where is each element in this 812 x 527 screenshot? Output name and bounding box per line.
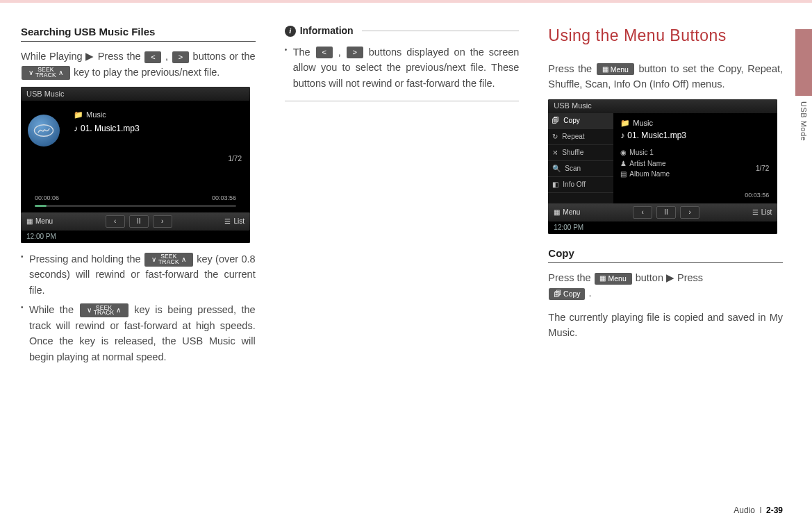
seek-track-key-label: ∨ SEEK TRACK ∧: [144, 253, 193, 267]
text-fragment: ,: [338, 47, 346, 58]
menu-grid-icon: ▦: [554, 207, 560, 218]
file-row: ♪ 01. Music1.mp3: [620, 129, 770, 142]
info-icon: i: [285, 26, 296, 37]
chevron-down-icon: ∨: [28, 69, 33, 76]
time-end: 00:03:56: [745, 191, 769, 201]
person-icon: ♟: [620, 158, 627, 169]
folder-row: 📁 Music: [74, 109, 243, 121]
copy-note: The currently playing file is copied and…: [548, 310, 783, 341]
menu-button-paragraph: Press the ▦ Menu button to set the Copy,…: [548, 61, 783, 92]
pause-button-shot: II: [129, 215, 149, 228]
text-fragment: button ▶ Press: [636, 272, 703, 283]
bullet-item: While the ∨ SEEK TRACK ∧ key is being pr…: [21, 302, 256, 365]
chevron-up-icon: ∧: [58, 69, 63, 76]
menu-grid-icon: ▦: [599, 275, 606, 282]
prev-key-label: <: [144, 51, 161, 63]
folder-name: Music: [633, 117, 653, 129]
sidebar-row: 🗐Copy: [548, 113, 613, 129]
chevron-up-icon: ∧: [116, 307, 121, 314]
shot-toolbar: ▦ Menu ‹ II › ☰ List: [548, 203, 777, 221]
folder-name: Music: [86, 109, 106, 121]
shot-clock: 12:00 PM: [21, 231, 250, 243]
menu-key-label: ▦ Menu: [597, 63, 634, 75]
section-heading-copy: Copy: [548, 245, 783, 263]
text-fragment: Press the: [548, 63, 595, 74]
copy-instruction: Press the ▦ Menu button ▶ Press 🗐 Copy .: [548, 270, 783, 301]
seek-track-key-label: ∨ SEEK TRACK ∧: [80, 303, 129, 317]
usb-music-screenshot-basic: USB Music 📁 Music: [21, 87, 250, 243]
copy-key-text: Copy: [563, 290, 581, 298]
track-text: TRACK: [94, 310, 115, 316]
prev-button-shot: ‹: [106, 215, 125, 228]
section-heading-searching: Searching USB Music Files: [21, 24, 256, 42]
information-heading: i Information: [285, 24, 520, 39]
chevron-up-icon: ∧: [181, 256, 186, 263]
text-fragment: Pressing and holding the: [29, 253, 144, 265]
prev-button-shot: ‹: [633, 206, 652, 219]
pause-button-shot: II: [656, 206, 676, 219]
copy-key-label: 🗐 Copy: [549, 288, 585, 300]
shot-titlebar: USB Music: [548, 99, 777, 113]
text-fragment: While the: [29, 304, 79, 315]
bullet-item: Pressing and holding the ∨ SEEK TRACK ∧ …: [21, 251, 256, 298]
chevron-down-icon: ∨: [151, 256, 156, 263]
track-counter: 1/72: [229, 153, 242, 165]
shot-clock: 12:00 PM: [548, 221, 777, 234]
sidebar-row: ◧Info Off: [548, 177, 613, 193]
text-fragment: buttons or the: [193, 51, 256, 62]
text-fragment: .: [588, 287, 591, 299]
list-icon: ☰: [224, 216, 231, 227]
page-number: 2-39: [766, 505, 783, 515]
shot-sidebar: 🗐Copy ↻Repeat ⤨Shuffle 🔍Scan ◧Info Off: [548, 113, 613, 203]
bullet-list: Pressing and holding the ∨ SEEK TRACK ∧ …: [21, 251, 256, 365]
info-label: Information: [300, 24, 354, 39]
time-end: 00:03:56: [212, 194, 236, 203]
menu-grid-icon: ▦: [602, 66, 608, 73]
artist-row: ♟Artist Name: [620, 158, 770, 169]
next-button-shot: ›: [680, 206, 699, 219]
music-note-icon: ♪: [620, 129, 624, 142]
info-off-icon: ◧: [552, 179, 558, 190]
repeat-icon: ↻: [552, 131, 558, 142]
copy-icon: 🗐: [552, 115, 559, 126]
usb-music-screenshot-menu: USB Music 🗐Copy ↻Repeat ⤨Shuffle 🔍Scan ◧…: [548, 99, 777, 234]
sidebar-row: ⤨Shuffle: [548, 145, 613, 161]
folder-row: 📁 Music: [620, 117, 770, 129]
disc-icon: ◉: [620, 147, 627, 158]
list-icon: ☰: [752, 207, 759, 218]
column-1: Searching USB Music Files While Playing …: [21, 24, 256, 369]
info-bullet-list: The < , > buttons displayed on the scree…: [285, 44, 520, 91]
next-button-shot: ›: [153, 215, 172, 228]
page-footer: Audio l 2-39: [734, 504, 783, 517]
file-name: 01. Music1.mp3: [81, 122, 140, 135]
intro-paragraph: While Playing ▶ Press the < , > buttons …: [21, 49, 256, 80]
hyundai-logo-icon: [33, 122, 54, 139]
brand-logo: [28, 115, 60, 147]
column-3: Using the Menu Buttons Press the ▦ Menu …: [548, 24, 783, 369]
text-fragment: key to play the previous/next file.: [74, 67, 219, 78]
time-current: 00:00:06: [35, 194, 59, 203]
scan-icon: 🔍: [552, 163, 561, 174]
album-row: ▤Album Name: [620, 169, 770, 180]
toolbar-list-label: List: [761, 207, 772, 218]
bullet-item: The < , > buttons displayed on the scree…: [285, 44, 520, 91]
menu-key-text: Menu: [611, 66, 629, 74]
file-name: 01. Music1.mp3: [627, 129, 686, 142]
track-text: TRACK: [35, 73, 56, 78]
seek-track-key-label: ∨ SEEK TRACK ∧: [22, 66, 70, 80]
toolbar-list-label: List: [233, 216, 245, 227]
music-note-icon: ♪: [74, 122, 78, 135]
text-fragment: The: [293, 47, 315, 58]
info-rule: [362, 31, 520, 31]
file-row: ♪ 01. Music1.mp3: [74, 122, 243, 135]
next-key-label: >: [172, 51, 189, 63]
column-2: i Information The < , > buttons displaye…: [285, 24, 520, 369]
text-fragment: ,: [165, 51, 172, 62]
copy-page-icon: 🗐: [554, 290, 561, 298]
track-text: TRACK: [158, 260, 179, 265]
footer-separator: l: [760, 505, 762, 515]
shuffle-icon: ⤨: [552, 147, 558, 158]
menu-grid-icon: ▦: [26, 216, 33, 227]
text-fragment: Press the: [548, 272, 593, 283]
footer-section: Audio: [734, 505, 755, 515]
